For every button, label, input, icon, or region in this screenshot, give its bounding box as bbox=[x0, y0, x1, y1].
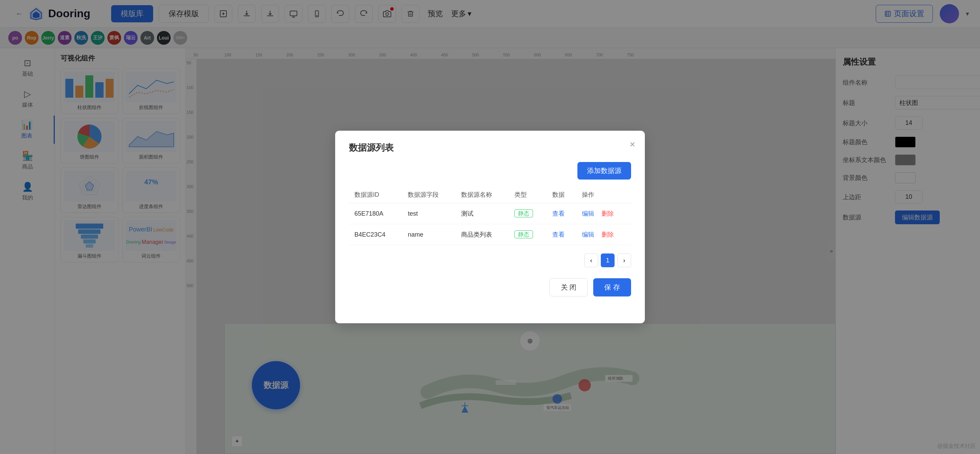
col-data: 数据 bbox=[547, 186, 576, 203]
row1-view-link[interactable]: 查看 bbox=[552, 210, 565, 217]
row1-data: 查看 bbox=[547, 203, 576, 224]
modal-pagination: ‹ 1 › bbox=[349, 254, 631, 267]
col-field: 数据源字段 bbox=[402, 186, 456, 203]
row2-type-tag: 静态 bbox=[514, 230, 533, 238]
modal-header-row: 添加数据源 bbox=[349, 162, 631, 179]
col-name: 数据源名称 bbox=[456, 186, 509, 203]
datasource-table: 数据源ID 数据源字段 数据源名称 类型 数据 操作 65E7180A test… bbox=[349, 186, 631, 245]
modal-overlay: 数据源列表 × 添加数据源 数据源ID 数据源字段 数据源名称 类型 数据 操作… bbox=[0, 0, 980, 454]
row2-data: 查看 bbox=[547, 224, 576, 245]
row2-field: name bbox=[402, 224, 456, 245]
add-datasource-button[interactable]: 添加数据源 bbox=[578, 162, 631, 179]
col-action: 操作 bbox=[576, 186, 631, 203]
row1-id: 65E7180A bbox=[349, 203, 402, 224]
row2-id: B4EC23C4 bbox=[349, 224, 402, 245]
row2-name: 商品类列表 bbox=[456, 224, 509, 245]
row1-edit-link[interactable]: 编辑 bbox=[582, 210, 594, 217]
modal-title: 数据源列表 bbox=[349, 142, 631, 154]
col-id: 数据源ID bbox=[349, 186, 402, 203]
datasource-modal: 数据源列表 × 添加数据源 数据源ID 数据源字段 数据源名称 类型 数据 操作… bbox=[335, 131, 645, 323]
row1-type: 静态 bbox=[509, 203, 546, 224]
row2-actions: 编辑 删除 bbox=[576, 224, 631, 245]
col-type: 类型 bbox=[509, 186, 546, 203]
row2-view-link[interactable]: 查看 bbox=[552, 231, 565, 238]
modal-cancel-button[interactable]: 关 闭 bbox=[549, 278, 588, 297]
row1-name: 测试 bbox=[456, 203, 509, 224]
row2-edit-link[interactable]: 编辑 bbox=[582, 231, 594, 238]
row2-type: 静态 bbox=[509, 224, 546, 245]
row1-type-tag: 静态 bbox=[514, 210, 533, 217]
modal-save-button[interactable]: 保 存 bbox=[593, 278, 631, 297]
row1-actions: 编辑 删除 bbox=[576, 203, 631, 224]
table-row: 65E7180A test 测试 静态 查看 编辑 删除 bbox=[349, 203, 631, 224]
watermark: @掘金技术社区 bbox=[937, 443, 976, 450]
modal-footer: 关 闭 保 存 bbox=[349, 278, 631, 297]
table-row: B4EC23C4 name 商品类列表 静态 查看 编辑 删除 bbox=[349, 224, 631, 245]
modal-close-button[interactable]: × bbox=[630, 139, 635, 150]
next-page-button[interactable]: › bbox=[617, 254, 631, 267]
prev-page-button[interactable]: ‹ bbox=[584, 254, 598, 267]
row2-delete-link[interactable]: 删除 bbox=[601, 231, 614, 238]
row1-field: test bbox=[402, 203, 456, 224]
row1-delete-link[interactable]: 删除 bbox=[601, 210, 614, 217]
current-page-button[interactable]: 1 bbox=[601, 254, 614, 267]
